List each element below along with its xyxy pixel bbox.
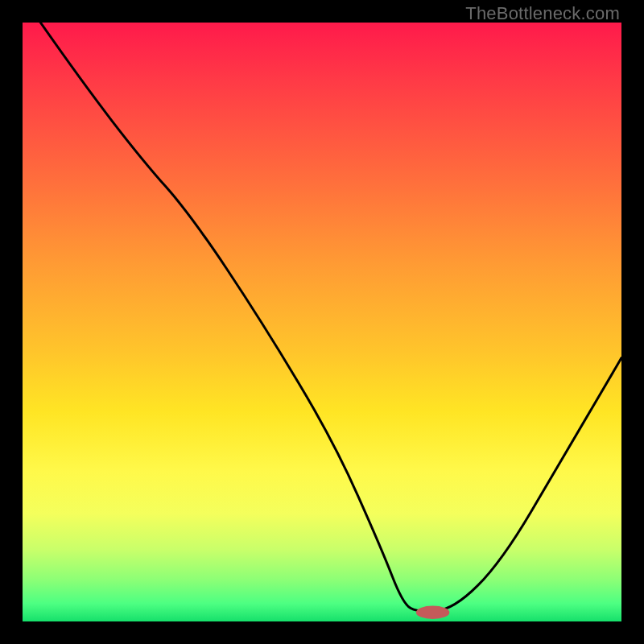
chart-frame: TheBottleneck.com — [0, 0, 644, 644]
chart-overlay — [23, 23, 621, 621]
plot-area — [23, 23, 621, 621]
bottleneck-curve — [40, 23, 621, 611]
attribution-text: TheBottleneck.com — [465, 3, 620, 24]
optimal-marker — [416, 606, 450, 619]
